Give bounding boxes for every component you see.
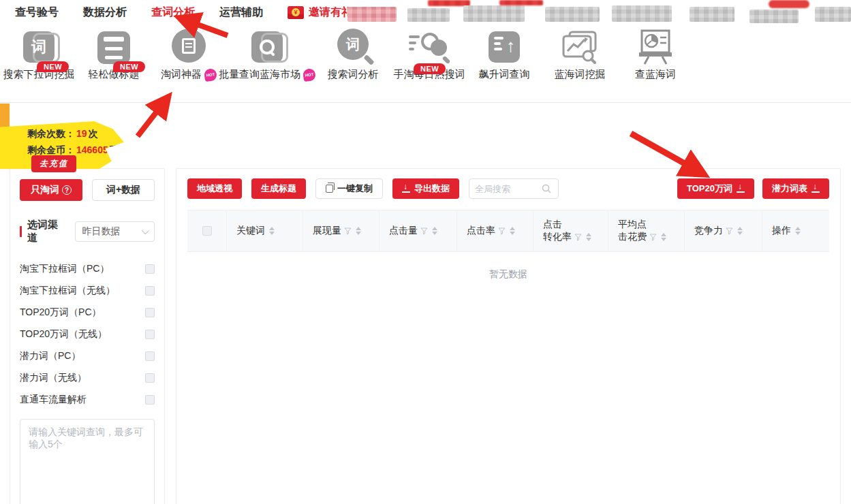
word-plus-data-button[interactable]: 词+数据 [92,179,155,201]
tool-label: 飙升词查询 [467,68,542,81]
nav-item-word-analysis[interactable]: 查词分析 [151,5,195,20]
option-top20-pc[interactable]: TOP20万词（PC） [20,302,155,324]
recharge-button[interactable]: 去充值 [31,155,76,172]
sort-icon[interactable] [356,227,361,235]
download-icon [811,185,820,193]
sort-icon[interactable] [795,227,801,235]
blurred-nav-item [545,7,600,22]
copy-icon [326,185,333,193]
results-toolbar: 地域透视 生成标题 一键复制 导出数据 TOP20万词 [176,169,840,207]
blurred-nav-item [690,7,734,22]
option-taobao-dropdown-wireless[interactable]: 淘宝下拉框词（无线） [20,280,155,302]
option-potential-pc[interactable]: 潜力词（PC） [20,345,155,367]
tool-daily-hot-words[interactable]: NEW 手淘每日热搜词 [392,26,467,81]
channel-row: 选词渠道 昨日数据 [20,219,155,245]
tool-label: 蓝海词挖掘 [542,68,617,81]
results-panel: 地域透视 生成标题 一键复制 导出数据 TOP20万词 [176,168,841,504]
blurred-nav-item [463,5,525,22]
tool-search-word-analysis[interactable]: 词 搜索词分析 [315,26,390,81]
column-conversion-rate[interactable]: 点击 转化率 [533,210,608,251]
one-click-copy-button[interactable]: 一键复制 [315,178,383,199]
tool-blue-ocean-mining[interactable]: 蓝海词挖掘 [542,26,617,81]
word-magnifier-icon: 词 [337,29,369,60]
global-search-box [469,178,559,199]
tool-label: 淘词神器HOT [151,68,226,81]
option-taobao-dropdown-pc[interactable]: 淘宝下拉框词（PC） [20,258,155,280]
filter-icon[interactable] [649,234,657,241]
checkbox[interactable] [145,308,155,317]
checkbox[interactable] [145,286,155,296]
channel-select-value: 昨日数据 [82,225,121,238]
new-badge: NEW [414,63,446,74]
new-badge: NEW [113,61,145,72]
only-taoci-button[interactable]: 只淘词 ? [20,179,82,201]
tool-label: 批量查询蓝海市场HOT [216,68,318,81]
remaining-times-value: 19 [76,128,87,139]
checkbox[interactable] [145,264,155,274]
book-circle-icon [172,29,206,63]
export-data-button[interactable]: 导出数据 [392,178,459,199]
tool-rising-words[interactable]: ↑ 飙升词查询 [467,26,542,81]
title-doc-icon [97,31,130,64]
speed-search-icon [409,31,450,65]
invite-label: 邀请有礼 [309,5,352,20]
tool-search-dropdown-mining[interactable]: 词 NEW 搜索下拉词挖掘 [1,26,76,81]
filter-icon[interactable] [498,227,506,235]
remaining-coins-value: 146605 [76,144,108,155]
option-top20-wireless[interactable]: TOP20万词（无线） [20,324,155,345]
column-impressions[interactable]: 展现量 [303,210,380,251]
chart-magnifier-icon [560,30,600,65]
blurred-nav-item [612,5,672,22]
column-actions[interactable]: 操作 [762,210,829,251]
sort-icon[interactable] [737,227,743,235]
keyword-input-textarea[interactable] [20,419,155,504]
sort-icon[interactable] [510,227,515,235]
red-envelope-icon: ¥ [288,6,304,19]
top20-download-button[interactable]: TOP20万词 [677,178,754,199]
chevron-down-icon [142,227,149,234]
filter-icon[interactable] [726,227,733,235]
arrow-to-taoci-tool [138,99,166,136]
tool-batch-blue-ocean[interactable]: 批量查询蓝海市场HOT [216,26,318,81]
select-all-checkbox[interactable] [202,226,212,236]
filter-icon[interactable] [344,227,352,235]
empty-state-text: 暂无数据 [176,252,840,301]
checkbox[interactable] [145,373,155,383]
checkbox[interactable] [145,330,155,339]
sort-icon[interactable] [269,227,275,235]
column-clicks[interactable]: 点击量 [380,210,457,251]
channel-label: 选词渠道 [27,219,68,245]
option-potential-wireless[interactable]: 潜力词（无线） [20,367,155,389]
nav-item-invite[interactable]: ¥ 邀请有礼 [288,5,352,20]
column-keyword[interactable]: 关键词 [227,210,303,251]
tool-label: 查蓝海词 [618,68,693,81]
generate-title-button[interactable]: 生成标题 [251,178,306,199]
nav-item-operation-assist[interactable]: 运营辅助 [219,5,263,20]
nav-item-check-account[interactable]: 查号验号 [15,5,59,20]
potential-list-download-button[interactable]: 潜力词表 [762,178,829,199]
tool-check-blue-ocean[interactable]: 查蓝海词 [618,26,693,81]
global-search-input[interactable] [475,184,538,194]
checkbox[interactable] [145,351,155,361]
hot-badge: HOT [303,68,316,82]
filter-icon[interactable] [574,234,582,241]
column-ctr[interactable]: 点击率 [457,210,533,251]
checkbox[interactable] [145,395,155,405]
sort-icon[interactable] [586,233,591,241]
column-avg-click-cost[interactable]: 平均点 击花费 [608,210,685,251]
column-competitiveness[interactable]: 竞争力 [685,210,762,251]
filter-icon[interactable] [420,227,428,235]
pie-board-icon [636,29,675,65]
nav-item-data-analysis[interactable]: 数据分析 [83,5,127,20]
tool-taoci-tool[interactable]: 淘词神器HOT [151,26,226,81]
blurred-nav-item [749,10,799,23]
region-view-button[interactable]: 地域透视 [187,178,242,199]
channel-select[interactable]: 昨日数据 [75,221,155,242]
sort-icon[interactable] [432,227,437,235]
option-zhitongche-traffic[interactable]: 直通车流量解析 [20,389,155,411]
sort-icon[interactable] [661,233,666,241]
blurred-nav-item [815,7,851,22]
tool-easy-title[interactable]: NEW 轻松做标题 [76,26,151,81]
section-divider [0,102,851,103]
blurred-nav-item [407,8,450,22]
